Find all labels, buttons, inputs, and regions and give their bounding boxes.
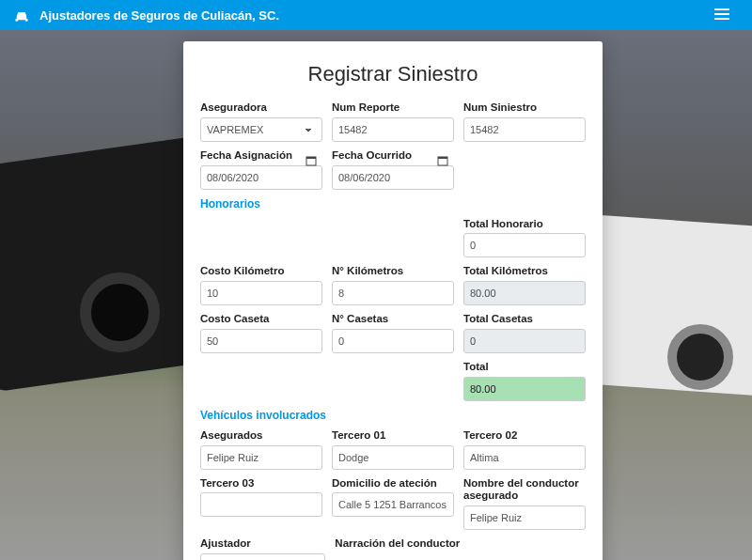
fecha-asignacion-label: Fecha Asignación	[200, 149, 322, 163]
asegurados-input[interactable]	[200, 445, 322, 470]
ajustador-select[interactable]: DANIEL ROJAS	[200, 553, 325, 560]
svg-rect-1	[714, 13, 729, 15]
num-reporte-input[interactable]	[332, 117, 454, 142]
tercero03-input[interactable]	[200, 492, 322, 517]
car-icon	[13, 8, 30, 22]
register-claim-form: Registrar Siniestro Aseguradora VAPREMEX…	[183, 41, 603, 560]
n-casetas-input[interactable]	[332, 329, 454, 353]
num-reporte-label: Num Reporte	[332, 101, 454, 115]
conductor-asegurado-label: Nombre del conductor asegurado	[463, 477, 586, 504]
n-km-input[interactable]	[332, 281, 454, 305]
honorarios-heading: Honorarios	[200, 197, 586, 210]
total-km-output	[463, 281, 586, 305]
costo-caseta-input[interactable]	[200, 329, 322, 353]
total-output	[463, 377, 586, 401]
conductor-asegurado-input[interactable]	[463, 506, 586, 530]
tercero03-label: Tercero 03	[200, 477, 322, 490]
n-casetas-label: N° Casetas	[332, 313, 454, 326]
total-honorario-label: Total Honorario	[463, 218, 586, 231]
top-navbar: Ajustadores de Seguros de Culiacán, SC.	[0, 0, 752, 30]
fecha-ocurrido-input[interactable]	[332, 165, 454, 190]
fecha-ocurrido-label: Fecha Ocurrido	[332, 149, 454, 163]
domicilio-label: Domicilio de ateción	[332, 477, 454, 490]
aseguradora-select[interactable]: VAPREMEX	[200, 117, 322, 142]
total-honorario-input[interactable]	[463, 233, 586, 257]
num-siniestro-label: Num Siniestro	[463, 101, 586, 115]
tercero02-label: Tercero 02	[463, 429, 586, 443]
tercero01-label: Tercero 01	[332, 429, 454, 443]
aseguradora-label: Aseguradora	[200, 101, 322, 115]
domicilio-input[interactable]	[332, 492, 454, 517]
costo-km-label: Costo Kilómetro	[200, 265, 322, 278]
total-casetas-output	[463, 329, 586, 353]
asegurados-label: Asegurados	[200, 429, 322, 443]
vehiculos-heading: Vehículos involucrados	[200, 409, 586, 422]
total-km-label: Total Kilómetros	[463, 265, 586, 278]
total-label: Total	[463, 361, 586, 374]
ajustador-label: Ajustador	[200, 537, 325, 551]
n-km-label: N° Kilómetros	[332, 265, 454, 278]
costo-km-input[interactable]	[200, 281, 322, 305]
hamburger-menu-icon[interactable]	[714, 8, 739, 23]
total-casetas-label: Total Casetas	[463, 313, 586, 326]
num-siniestro-input[interactable]	[463, 117, 586, 142]
costo-caseta-label: Costo Caseta	[200, 313, 322, 326]
narracion-label: Narración del conductor	[335, 537, 586, 551]
app-title: Ajustadores de Seguros de Culiacán, SC.	[39, 8, 279, 23]
fecha-asignacion-input[interactable]	[200, 165, 322, 190]
svg-rect-2	[714, 18, 729, 20]
tercero02-input[interactable]	[463, 445, 586, 470]
svg-rect-0	[714, 8, 729, 10]
tercero01-input[interactable]	[332, 445, 454, 470]
form-title: Registrar Siniestro	[200, 62, 586, 86]
